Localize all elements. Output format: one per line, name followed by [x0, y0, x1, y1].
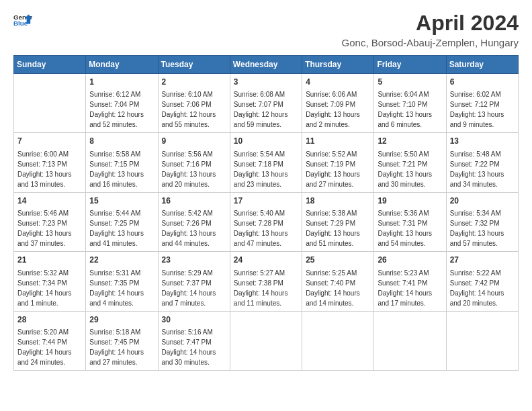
day-number: 26 — [378, 255, 442, 266]
weekday-header-row: SundayMondayTuesdayWednesdayThursdayFrid… — [14, 56, 519, 74]
day-info: Sunrise: 5:46 AMSunset: 7:23 PMDaylight:… — [17, 208, 82, 248]
day-number: 19 — [378, 195, 442, 207]
logo: General Blue — [13, 11, 32, 30]
day-number: 21 — [17, 255, 82, 266]
calendar-cell: 16Sunrise: 5:42 AMSunset: 7:26 PMDayligh… — [158, 192, 230, 251]
day-info: Sunrise: 6:12 AMSunset: 7:04 PMDaylight:… — [89, 89, 154, 130]
calendar-cell: 17Sunrise: 5:40 AMSunset: 7:28 PMDayligh… — [230, 192, 302, 251]
calendar-cell: 6Sunrise: 6:02 AMSunset: 7:12 PMDaylight… — [446, 74, 518, 133]
title-area: April 2024 Gonc, Borsod-Abauj-Zemplen, H… — [342, 11, 519, 48]
day-info: Sunrise: 5:52 AMSunset: 7:19 PMDaylight:… — [306, 149, 370, 189]
header: General Blue April 2024 Gonc, Borsod-Aba… — [13, 11, 519, 48]
calendar-week-row: 7Sunrise: 6:00 AMSunset: 7:13 PMDaylight… — [14, 133, 519, 192]
day-number: 4 — [306, 77, 370, 88]
calendar-cell: 22Sunrise: 5:31 AMSunset: 7:35 PMDayligh… — [86, 252, 158, 311]
day-number: 2 — [162, 77, 226, 88]
calendar-cell: 26Sunrise: 5:23 AMSunset: 7:41 PMDayligh… — [374, 252, 446, 311]
day-number: 27 — [450, 255, 515, 266]
calendar-cell: 9Sunrise: 5:56 AMSunset: 7:16 PMDaylight… — [158, 133, 230, 192]
day-number: 11 — [306, 136, 370, 147]
calendar-cell: 29Sunrise: 5:18 AMSunset: 7:45 PMDayligh… — [86, 311, 158, 370]
calendar-cell: 8Sunrise: 5:58 AMSunset: 7:15 PMDaylight… — [86, 133, 158, 192]
weekday-header: Friday — [374, 56, 446, 74]
day-info: Sunrise: 5:58 AMSunset: 7:15 PMDaylight:… — [89, 149, 154, 189]
day-info: Sunrise: 6:06 AMSunset: 7:09 PMDaylight:… — [306, 89, 370, 130]
day-info: Sunrise: 5:18 AMSunset: 7:45 PMDaylight:… — [89, 327, 154, 367]
calendar-cell — [302, 311, 374, 370]
calendar-cell: 1Sunrise: 6:12 AMSunset: 7:04 PMDaylight… — [86, 74, 158, 133]
calendar-cell: 27Sunrise: 5:22 AMSunset: 7:42 PMDayligh… — [446, 252, 518, 311]
day-info: Sunrise: 5:42 AMSunset: 7:26 PMDaylight:… — [162, 208, 226, 248]
day-number: 1 — [89, 77, 154, 88]
day-info: Sunrise: 5:25 AMSunset: 7:40 PMDaylight:… — [306, 268, 370, 308]
calendar-cell: 7Sunrise: 6:00 AMSunset: 7:13 PMDaylight… — [14, 133, 86, 192]
day-info: Sunrise: 5:44 AMSunset: 7:25 PMDaylight:… — [89, 208, 154, 248]
day-info: Sunrise: 5:31 AMSunset: 7:35 PMDaylight:… — [89, 268, 154, 308]
day-info: Sunrise: 5:56 AMSunset: 7:16 PMDaylight:… — [162, 149, 226, 189]
weekday-header: Wednesday — [230, 56, 302, 74]
day-info: Sunrise: 6:04 AMSunset: 7:10 PMDaylight:… — [378, 89, 442, 130]
calendar-cell: 30Sunrise: 5:16 AMSunset: 7:47 PMDayligh… — [158, 311, 230, 370]
day-info: Sunrise: 5:32 AMSunset: 7:34 PMDaylight:… — [17, 268, 82, 308]
day-info: Sunrise: 5:54 AMSunset: 7:18 PMDaylight:… — [234, 149, 298, 189]
day-info: Sunrise: 5:29 AMSunset: 7:37 PMDaylight:… — [162, 268, 226, 308]
day-info: Sunrise: 6:08 AMSunset: 7:07 PMDaylight:… — [234, 89, 298, 130]
month-title: April 2024 — [342, 11, 519, 36]
calendar-cell: 19Sunrise: 5:36 AMSunset: 7:31 PMDayligh… — [374, 192, 446, 251]
day-number: 18 — [306, 195, 370, 207]
day-number: 25 — [306, 255, 370, 266]
calendar-table: SundayMondayTuesdayWednesdayThursdayFrid… — [13, 55, 519, 371]
day-number: 10 — [234, 136, 298, 147]
day-number: 17 — [234, 195, 298, 207]
calendar-cell: 12Sunrise: 5:50 AMSunset: 7:21 PMDayligh… — [374, 133, 446, 192]
day-number: 29 — [89, 314, 154, 326]
day-info: Sunrise: 5:38 AMSunset: 7:29 PMDaylight:… — [306, 208, 370, 248]
day-info: Sunrise: 5:16 AMSunset: 7:47 PMDaylight:… — [162, 327, 226, 367]
logo-icon: General Blue — [13, 11, 32, 30]
calendar-week-row: 1Sunrise: 6:12 AMSunset: 7:04 PMDaylight… — [14, 74, 519, 133]
weekday-header: Tuesday — [158, 56, 230, 74]
calendar-cell: 23Sunrise: 5:29 AMSunset: 7:37 PMDayligh… — [158, 252, 230, 311]
calendar-cell — [230, 311, 302, 370]
calendar-cell: 25Sunrise: 5:25 AMSunset: 7:40 PMDayligh… — [302, 252, 374, 311]
calendar-cell: 21Sunrise: 5:32 AMSunset: 7:34 PMDayligh… — [14, 252, 86, 311]
calendar-cell — [374, 311, 446, 370]
calendar-cell: 14Sunrise: 5:46 AMSunset: 7:23 PMDayligh… — [14, 192, 86, 251]
calendar-cell: 5Sunrise: 6:04 AMSunset: 7:10 PMDaylight… — [374, 74, 446, 133]
day-info: Sunrise: 5:50 AMSunset: 7:21 PMDaylight:… — [378, 149, 442, 189]
calendar-cell — [446, 311, 518, 370]
day-number: 16 — [162, 195, 226, 207]
weekday-header: Sunday — [14, 56, 86, 74]
day-number: 14 — [17, 195, 82, 207]
day-info: Sunrise: 5:36 AMSunset: 7:31 PMDaylight:… — [378, 208, 442, 248]
calendar-cell: 24Sunrise: 5:27 AMSunset: 7:38 PMDayligh… — [230, 252, 302, 311]
day-info: Sunrise: 5:20 AMSunset: 7:44 PMDaylight:… — [17, 327, 82, 367]
day-number: 20 — [450, 195, 515, 207]
day-number: 12 — [378, 136, 442, 147]
svg-text:Blue: Blue — [13, 19, 28, 27]
day-number: 3 — [234, 77, 298, 88]
day-info: Sunrise: 5:23 AMSunset: 7:41 PMDaylight:… — [378, 268, 442, 308]
day-number: 30 — [162, 314, 226, 326]
calendar-cell: 28Sunrise: 5:20 AMSunset: 7:44 PMDayligh… — [14, 311, 86, 370]
calendar-cell — [14, 74, 86, 133]
calendar-cell: 4Sunrise: 6:06 AMSunset: 7:09 PMDaylight… — [302, 74, 374, 133]
weekday-header: Saturday — [446, 56, 518, 74]
day-info: Sunrise: 5:34 AMSunset: 7:32 PMDaylight:… — [450, 208, 515, 248]
day-info: Sunrise: 6:10 AMSunset: 7:06 PMDaylight:… — [162, 89, 226, 130]
day-info: Sunrise: 6:00 AMSunset: 7:13 PMDaylight:… — [17, 149, 82, 189]
day-number: 22 — [89, 255, 154, 266]
day-number: 8 — [89, 136, 154, 147]
calendar-week-row: 28Sunrise: 5:20 AMSunset: 7:44 PMDayligh… — [14, 311, 519, 370]
calendar-cell: 13Sunrise: 5:48 AMSunset: 7:22 PMDayligh… — [446, 133, 518, 192]
day-info: Sunrise: 5:40 AMSunset: 7:28 PMDaylight:… — [234, 208, 298, 248]
day-number: 6 — [450, 77, 515, 88]
day-number: 23 — [162, 255, 226, 266]
day-number: 9 — [162, 136, 226, 147]
day-number: 15 — [89, 195, 154, 207]
day-info: Sunrise: 5:48 AMSunset: 7:22 PMDaylight:… — [450, 149, 515, 189]
day-number: 5 — [378, 77, 442, 88]
weekday-header: Monday — [86, 56, 158, 74]
day-number: 28 — [17, 314, 82, 326]
day-info: Sunrise: 5:27 AMSunset: 7:38 PMDaylight:… — [234, 268, 298, 308]
